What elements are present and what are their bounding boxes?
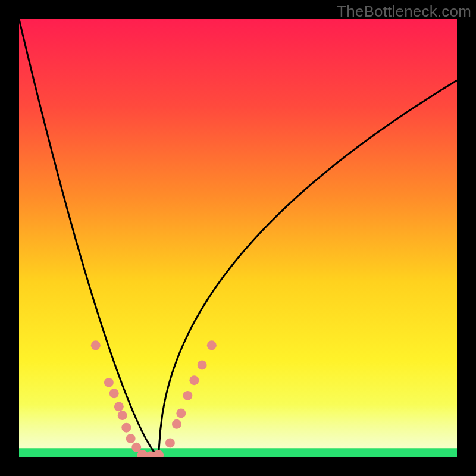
glow-band — [19, 405, 457, 449]
marker-dot — [165, 438, 175, 447]
marker-dot — [109, 389, 119, 398]
marker-dot — [172, 419, 181, 429]
chart-svg — [19, 19, 457, 457]
marker-dot — [104, 378, 114, 387]
plot-area — [19, 19, 457, 457]
marker-dot — [176, 408, 186, 418]
marker-dot — [183, 391, 192, 400]
marker-dot — [121, 423, 131, 433]
marker-dot — [189, 375, 199, 385]
marker-dot — [126, 434, 136, 443]
marker-dot — [207, 340, 217, 350]
marker-dot — [118, 411, 127, 420]
marker-dot — [114, 402, 124, 411]
chart-frame: TheBottleneck.com — [0, 0, 476, 476]
watermark-text: TheBottleneck.com — [337, 2, 471, 21]
gradient-bg — [19, 19, 457, 457]
bottom-band — [19, 448, 457, 457]
marker-dot — [91, 340, 101, 350]
marker-dot — [198, 360, 207, 369]
